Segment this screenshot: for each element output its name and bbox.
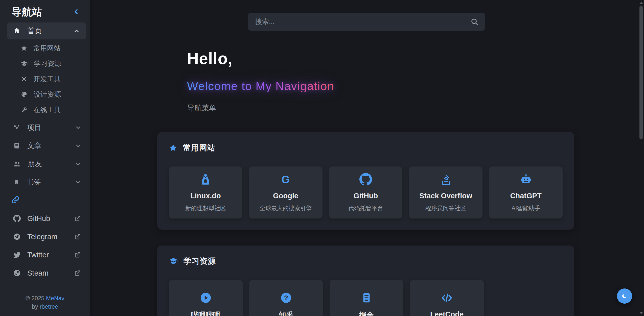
- star-icon: [169, 143, 177, 152]
- hero-greeting: Hello,: [187, 51, 334, 67]
- chevron-up-icon: [73, 28, 80, 34]
- card-name: Linux.do: [190, 192, 221, 200]
- users-icon: [13, 160, 21, 168]
- site-card-bilibili[interactable]: 哔哩哔哩: [169, 280, 243, 316]
- google-g-icon: G: [279, 173, 292, 186]
- external-link-icon: [74, 270, 81, 276]
- section-learning: 学习资源 哔哩哔哩 ? 知乎: [157, 246, 574, 316]
- external-link-label: Telegram: [27, 233, 57, 241]
- sidebar-header: 导航站: [0, 0, 90, 22]
- external-link-twitter[interactable]: Twitter: [0, 246, 90, 264]
- sidebar-collapse-button[interactable]: [73, 8, 80, 16]
- scrollbar-up-arrow[interactable]: [639, 2, 643, 4]
- card-grid: Linux.do 新的理想型社区 G Google 全球最大的搜索引擎 GitH…: [169, 166, 563, 218]
- nav-subitem-design[interactable]: 设计资源: [0, 87, 90, 102]
- site-card-chatgpt[interactable]: ChatGPT AI智能助手: [489, 166, 563, 218]
- card-name: GitHub: [354, 192, 378, 200]
- nav-item-friends[interactable]: 朋友: [0, 155, 90, 173]
- github-icon: [13, 215, 21, 222]
- card-desc: 全球最大的搜索引擎: [260, 204, 312, 212]
- chevron-down-icon: [75, 124, 81, 131]
- home-icon: [13, 27, 20, 35]
- site-card-zhihu[interactable]: ? 知乎: [249, 280, 323, 316]
- nav-subitem-label: 在线工具: [33, 105, 61, 114]
- copyright-line: © 2025 MeNav: [3, 294, 87, 303]
- sections: 常用网站 Linux.do 新的理想型社区 G Google 全球最大的搜索引擎: [157, 132, 574, 316]
- site-card-juejin[interactable]: 掘金: [330, 280, 403, 316]
- scrollbar-thumb[interactable]: [639, 6, 643, 139]
- external-link-github[interactable]: GitHub: [0, 209, 90, 228]
- site-card-leetcode[interactable]: LeetCode: [410, 280, 484, 316]
- site-card-google[interactable]: G Google 全球最大的搜索引擎: [249, 166, 323, 218]
- book-icon: [13, 142, 20, 149]
- journal-icon: [360, 291, 373, 304]
- card-desc: 代码托管平台: [348, 204, 383, 212]
- robot-icon: [520, 173, 532, 186]
- moon-icon: [620, 292, 629, 301]
- linux-icon: [199, 173, 212, 186]
- github-icon: [359, 173, 372, 186]
- chevron-down-icon: [75, 179, 81, 185]
- app: 导航站 首页: [0, 0, 644, 316]
- svg-text:?: ?: [284, 294, 288, 302]
- nav-subitem-dev-tools[interactable]: 开发工具: [0, 71, 90, 87]
- external-links-divider: [0, 191, 90, 209]
- nav-item-label: 项目: [27, 123, 41, 132]
- link-icon: [11, 196, 19, 205]
- site-card-linuxdo[interactable]: Linux.do 新的理想型社区: [169, 166, 242, 218]
- nav-item-articles[interactable]: 文章: [0, 137, 90, 155]
- site-title: 导航站: [11, 5, 42, 19]
- brand-link[interactable]: MeNav: [46, 295, 64, 302]
- search-input[interactable]: [248, 13, 485, 31]
- nav-subitem-label: 开发工具: [33, 75, 61, 84]
- hero-subtitle: 导航菜单: [187, 103, 334, 113]
- section-header: 常用网站: [169, 143, 563, 152]
- twitter-icon: [13, 251, 21, 259]
- play-circle-icon: [199, 291, 212, 304]
- scrollbar[interactable]: [639, 0, 644, 316]
- section-header: 学习资源: [169, 257, 563, 266]
- section-common-sites: 常用网站 Linux.do 新的理想型社区 G Google 全球最大的搜索引擎: [157, 132, 574, 230]
- screwdriver-wrench-icon: [21, 76, 27, 82]
- copyright-text: © 2025: [26, 295, 46, 302]
- nav-item-label: 首页: [27, 26, 42, 36]
- nav-subitem-common-sites[interactable]: 常用网站: [0, 40, 90, 56]
- hero: Hello, Welcome to My Navigation 导航菜单: [187, 51, 334, 113]
- nav-subitem-label: 学习资源: [34, 59, 61, 68]
- card-name: LeetCode: [430, 310, 464, 316]
- nav-subitem-learning[interactable]: 学习资源: [0, 56, 90, 71]
- search-icon[interactable]: [470, 17, 479, 26]
- telegram-icon: [13, 233, 21, 240]
- site-card-stackoverflow[interactable]: Stack Overflow 程序员问答社区: [409, 166, 482, 218]
- external-link-label: Twitter: [27, 251, 49, 259]
- card-name: 掘金: [359, 310, 374, 316]
- chevron-down-icon: [75, 142, 81, 149]
- nav-item-home[interactable]: 首页: [7, 22, 86, 39]
- external-link-icon: [74, 233, 81, 240]
- sidebar: 导航站 首页: [0, 0, 90, 316]
- theme-toggle-button[interactable]: [617, 288, 632, 304]
- home-submenu: 常用网站 学习资源 开发工具: [0, 40, 90, 117]
- card-name: Google: [273, 192, 298, 200]
- nav-item-projects[interactable]: 项目: [0, 118, 90, 137]
- nav-item-bookmarks[interactable]: 书签: [0, 173, 90, 191]
- nav-item-label: 朋友: [28, 159, 42, 169]
- external-link-telegram[interactable]: Telegram: [0, 228, 90, 246]
- graduation-cap-icon: [21, 60, 28, 67]
- card-desc: AI智能助手: [512, 204, 540, 212]
- card-grid: 哔哩哔哩 ? 知乎 掘金: [169, 280, 563, 316]
- nav-subitem-online-tools[interactable]: 在线工具: [0, 102, 90, 117]
- scrollbar-down-arrow[interactable]: [639, 312, 643, 314]
- external-link-label: Steam: [27, 269, 49, 277]
- palette-icon: [21, 91, 28, 98]
- search-bar: [248, 13, 485, 31]
- graduation-cap-icon: [169, 257, 178, 266]
- site-card-github[interactable]: GitHub 代码托管平台: [329, 166, 403, 218]
- card-name: ChatGPT: [510, 192, 542, 200]
- wrench-icon: [21, 107, 27, 113]
- external-link-icon: [74, 215, 81, 222]
- external-link-steam[interactable]: Steam: [0, 264, 90, 282]
- author-line: by rbetree: [3, 303, 87, 311]
- author-link[interactable]: rbetree: [40, 303, 58, 310]
- external-link-label: GitHub: [27, 214, 50, 223]
